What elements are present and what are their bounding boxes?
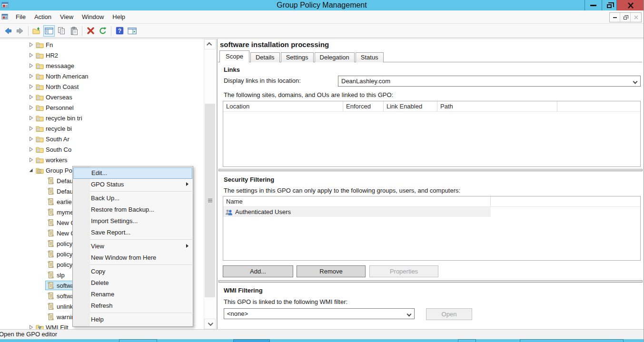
expand-icon[interactable] xyxy=(28,52,34,59)
child-restore-button[interactable] xyxy=(620,13,631,22)
help-icon[interactable]: ? xyxy=(114,25,125,37)
tab-details[interactable]: Details xyxy=(250,52,280,62)
menu-item-copy[interactable]: Copy xyxy=(73,266,193,277)
menu-item-view[interactable]: View xyxy=(73,241,193,252)
expand-icon[interactable] xyxy=(28,94,34,100)
menu-item-help[interactable]: Help xyxy=(73,314,193,325)
remove-button[interactable]: Remove xyxy=(297,265,366,277)
column-header-path[interactable]: Path xyxy=(437,101,557,111)
tree-item-south-co[interactable]: South Co xyxy=(0,144,204,155)
menu-item-rename[interactable]: Rename xyxy=(73,289,193,300)
scroll-up-button[interactable] xyxy=(204,39,216,49)
collapse-icon[interactable] xyxy=(28,167,34,174)
minimize-icon xyxy=(613,17,617,18)
ou-folder-icon xyxy=(36,136,44,142)
restore-button[interactable] xyxy=(602,0,617,10)
tree-item-messaage[interactable]: messaage xyxy=(0,60,204,71)
open-button[interactable]: Open xyxy=(426,308,472,320)
tab-status[interactable]: Status xyxy=(356,52,384,62)
column-header-name[interactable]: Name xyxy=(223,196,491,206)
tree-item-label: HR2 xyxy=(46,52,58,59)
taskbar-segment[interactable] xyxy=(119,339,157,342)
tree-item-fn[interactable]: Fn xyxy=(0,39,204,50)
tree-item-workers[interactable]: workers xyxy=(0,155,204,165)
expand-icon[interactable] xyxy=(28,125,34,132)
tab-settings[interactable]: Settings xyxy=(281,52,314,62)
show-action-pane-icon[interactable] xyxy=(126,25,138,37)
column-header-location[interactable]: Location xyxy=(223,101,343,111)
properties-button[interactable]: Properties xyxy=(369,265,438,277)
child-minimize-button[interactable] xyxy=(610,13,620,22)
tree-scrollbar[interactable] xyxy=(204,39,215,329)
show-console-tree-icon[interactable] xyxy=(43,25,55,37)
taskbar-segment[interactable] xyxy=(520,339,624,342)
minimize-button[interactable] xyxy=(585,0,602,10)
menu-item-save-report[interactable]: Save Report... xyxy=(73,227,193,238)
expand-icon[interactable] xyxy=(28,324,34,329)
tab-delegation[interactable]: Delegation xyxy=(315,52,355,62)
taskbar-segment[interactable] xyxy=(233,339,270,342)
expand-icon[interactable] xyxy=(28,104,34,111)
menu-item-delete[interactable]: Delete xyxy=(73,277,193,289)
expand-icon[interactable] xyxy=(28,156,34,163)
menu-file[interactable]: File xyxy=(11,11,30,23)
copy-icon[interactable] xyxy=(56,25,67,37)
scroll-down-button[interactable] xyxy=(204,319,216,329)
paste-icon[interactable] xyxy=(68,25,79,37)
tree-item-recycle-bi[interactable]: recycle bi xyxy=(0,123,204,134)
menu-item-restore-from-backup[interactable]: Restore from Backup... xyxy=(73,204,193,215)
close-button[interactable] xyxy=(617,0,644,10)
menu-item-new-window-from-here[interactable]: New Window from Here xyxy=(73,252,193,264)
menu-help[interactable]: Help xyxy=(108,11,129,23)
expand-icon[interactable] xyxy=(28,136,34,142)
child-window-controls xyxy=(609,12,642,22)
wmi-filter-combobox[interactable]: <none> xyxy=(224,308,415,319)
tree-item-personnel[interactable]: Personnel xyxy=(0,102,204,113)
tree-item-north-coast[interactable]: North Coast xyxy=(0,81,204,92)
expand-icon[interactable] xyxy=(28,146,34,153)
security-row-authenticated-users[interactable]: Authenticated Users xyxy=(223,207,491,217)
child-close-button[interactable] xyxy=(631,13,641,22)
menu-item-back-up[interactable]: Back Up... xyxy=(73,193,193,204)
gpo-icon xyxy=(47,229,55,237)
taskbar-segment[interactable] xyxy=(458,339,476,342)
menu-item-refresh[interactable]: Refresh xyxy=(73,300,193,312)
column-header-link-enabled[interactable]: Link Enabled xyxy=(384,101,437,111)
links-table[interactable]: LocationEnforcedLink EnabledPath xyxy=(223,101,641,167)
expand-icon[interactable] xyxy=(28,115,34,121)
expand-icon[interactable] xyxy=(28,83,34,90)
tree-item-south-ar[interactable]: South Ar xyxy=(0,134,204,144)
expand-icon[interactable] xyxy=(28,62,34,69)
column-header-enforced[interactable]: Enforced xyxy=(343,101,384,111)
menu-view[interactable]: View xyxy=(56,11,78,23)
tree-item-overseas[interactable]: Overseas xyxy=(0,92,204,102)
forward-icon[interactable] xyxy=(14,25,26,37)
menu-item-edit[interactable]: Edit... xyxy=(73,167,192,179)
tree-item-north-american[interactable]: North American xyxy=(0,71,204,81)
menu-window[interactable]: Window xyxy=(78,11,108,23)
menu-action[interactable]: Action xyxy=(30,11,56,23)
location-combobox[interactable]: DeanLashley.com xyxy=(338,76,641,87)
security-table[interactable]: Name Authenticated Users xyxy=(223,196,641,261)
menu-item-import-settings[interactable]: Import Settings... xyxy=(73,215,193,227)
linked-gpo-label: The following sites, domains, and OUs ar… xyxy=(224,91,393,98)
delete-icon[interactable] xyxy=(85,25,96,37)
refresh-icon[interactable] xyxy=(97,25,109,37)
section-divider xyxy=(218,280,643,283)
pane-divider[interactable] xyxy=(217,39,218,329)
tree-item-recycle-bin-tri[interactable]: recycle bin tri xyxy=(0,113,204,123)
back-icon[interactable] xyxy=(2,25,13,37)
tree-item-hr2[interactable]: HR2 xyxy=(0,50,204,60)
up-one-level-icon[interactable] xyxy=(31,25,42,37)
gpo-title: software installation processing xyxy=(220,40,329,49)
tab-strip: ScopeDetailsSettingsDelegationStatus xyxy=(219,50,385,62)
expand-icon[interactable] xyxy=(28,73,34,79)
scrollbar-thumb[interactable] xyxy=(205,104,215,297)
group-policy-management-window: Group Policy Management FileActionViewWi… xyxy=(0,0,644,342)
menu-item-gpo-status[interactable]: GPO Status xyxy=(73,179,193,190)
add-button[interactable]: Add... xyxy=(223,265,293,277)
expand-icon[interactable] xyxy=(28,41,34,48)
security-filtering-description: The settings in this GPO can only apply … xyxy=(224,187,460,194)
submenu-arrow-icon xyxy=(186,244,188,248)
tab-scope[interactable]: Scope xyxy=(219,50,249,62)
